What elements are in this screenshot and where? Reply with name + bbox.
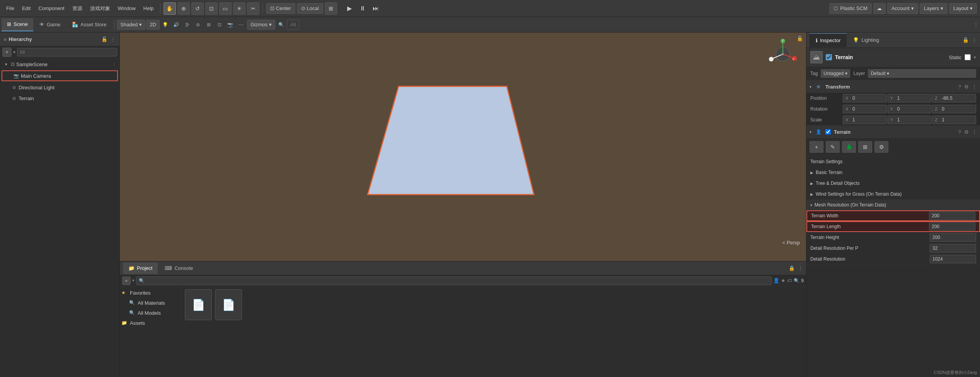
scene-more[interactable]: ⋮ [112,62,116,67]
terrain-more-icon[interactable]: ⋮ [972,129,977,135]
menu-window[interactable]: Window [115,5,139,11]
camera-icon[interactable]: 📷 [225,20,235,30]
tab-asset-store[interactable]: 🏪 Asset Store [66,18,112,31]
project-all-materials[interactable]: 🔍 All Materials [128,298,181,308]
scene-lock-icon[interactable]: 🔓 [797,36,803,41]
scene-search-all[interactable]: All [287,20,299,30]
move-tool-button[interactable]: ⊕ [177,2,190,15]
center-button[interactable]: ⊡ Center [266,3,295,14]
terrain-settings-icon[interactable]: ⚙ [964,129,969,135]
menu-file[interactable]: File [3,5,17,11]
project-assets[interactable]: 📁 Assets [120,318,181,328]
basic-terrain-foldout[interactable]: ▶ Basic Terrain [806,167,980,178]
tab-game[interactable]: 👁 Game [34,18,66,31]
hier-item-terrain[interactable]: ⊙ Terrain [0,93,119,104]
project-favorites[interactable]: ★ Favorites [120,288,181,298]
object-active-checkbox[interactable] [826,54,832,60]
rotation-x-field[interactable]: X 0 [843,105,887,113]
hier-item-directional-light[interactable]: ⊙ Directional Light [0,82,119,93]
2d-toggle[interactable]: 2D [146,20,160,30]
terrain-tool-paint-btn[interactable]: + [810,141,823,153]
asset-item-2[interactable]: 📄 [215,289,242,320]
terrain-tool-brush-btn[interactable]: ✎ [826,141,840,153]
tab-console[interactable]: ⌨ Console [159,263,198,274]
hier-item-main-camera[interactable]: 📷 Main Camera [2,70,118,81]
project-all-models[interactable]: 🔍 All Models [128,308,181,318]
static-checkbox[interactable] [965,54,971,60]
asset-item[interactable]: 📄 [185,289,212,320]
tag-dropdown[interactable]: Untagged ▾ [821,69,850,78]
terrain-tool-detail-btn[interactable]: ⊞ [858,141,872,153]
terrain-height-input[interactable]: 200 [930,233,976,242]
gizmo-widget[interactable]: x y [767,39,798,70]
menu-resources[interactable]: 资源 [69,5,85,12]
snap-icon[interactable]: ⊡ [215,20,225,30]
hierarchy-more-icon[interactable]: ⋮ [111,36,116,42]
project-add-button[interactable]: + [122,276,131,285]
audio-icon[interactable]: 🔊 [171,20,181,30]
tab-scene[interactable]: ⊞ Scene [2,18,33,31]
terrain-tool-tree-btn[interactable]: 🌲 [842,141,856,153]
menu-component[interactable]: Component [35,5,67,11]
project-filter3-icon[interactable]: 🏷 [787,278,792,283]
terrain-active-checkbox[interactable] [825,129,831,135]
terrain-component-header[interactable]: ▾ 👤 Terrain ? ⚙ ⋮ [806,126,980,138]
grid-overlay-icon[interactable]: ⊞ [204,20,214,30]
position-x-field[interactable]: X 0 [843,94,887,102]
project-search-input[interactable]: 🔍 [136,276,772,285]
menu-help[interactable]: Help [140,5,157,11]
detail-res-per-input[interactable]: 32 [930,244,976,252]
hide-icon[interactable]: ⊘ [193,20,203,30]
lighting-icon[interactable]: 💡 [160,20,170,30]
scene-more-icon[interactable]: ⋯ [236,20,246,30]
local-button[interactable]: ⊙ Local [297,3,323,14]
hierarchy-search[interactable]: All [17,48,117,56]
layers-dropdown[interactable]: Layers ▾ [920,3,948,14]
hier-item-samplescene[interactable]: ▾ ⊡ SampleScene ⋮ [0,59,119,70]
menu-edit[interactable]: Edit [19,5,34,11]
pause-button[interactable]: ⏸ [356,2,369,15]
gizmos-dropdown[interactable]: Gizmos ▾ [247,20,275,30]
rotation-z-field[interactable]: Z 0 [932,105,976,113]
transform-header[interactable]: ▾ ⊕ Transform ? ⚙ ⋮ [806,80,980,93]
rotation-y-field[interactable]: Y 0 [888,105,932,113]
wind-settings-foldout[interactable]: ▶ Wind Settings for Grass (On Terrain Da… [806,189,980,200]
hand-tool-button[interactable]: ✋ [164,2,176,15]
project-filter2-icon[interactable]: ★ [781,278,786,283]
mesh-resolution-header[interactable]: ▾ Mesh Resolution (On Terrain Data) [806,200,980,210]
scale-y-field[interactable]: Y 1 [888,116,932,124]
shading-dropdown[interactable]: Shaded ▾ [117,20,145,30]
scene-view[interactable]: x y < Persp 🔓 [120,32,806,261]
terrain-help-icon[interactable]: ? [958,129,961,135]
layer-dropdown[interactable]: Default ▾ [868,69,976,78]
bottom-more-icon[interactable]: ⋮ [798,265,803,271]
vfx-icon[interactable]: 🌫 [182,20,192,30]
position-y-field[interactable]: Y 1 [888,94,932,102]
transform-tool-button[interactable]: ✳ [233,2,245,15]
rect-tool-button[interactable]: ▭ [219,2,232,15]
terrain-settings-row[interactable]: Terrain Settings [806,156,980,167]
hierarchy-add-button[interactable]: + [2,48,12,57]
hierarchy-lock-icon[interactable]: 🔓 [101,36,107,42]
transform-more-icon[interactable]: ⋮ [972,84,977,90]
transform-help-icon[interactable]: ? [958,84,961,90]
hierarchy-add-arrow[interactable]: ▾ [13,49,15,55]
play-button[interactable]: ▶ [343,2,356,15]
position-z-field[interactable]: Z -86.5 [932,94,976,102]
lighting-tab[interactable]: 💡 Lighting [847,33,885,47]
grid-button[interactable]: ⊞ [325,2,337,15]
terrain-length-input[interactable]: 200 [929,222,975,231]
step-button[interactable]: ⏭ [370,2,382,15]
account-dropdown[interactable]: Account ▾ [887,3,918,14]
terrain-width-input[interactable]: 200 [929,212,975,220]
static-dropdown-arrow[interactable]: ▾ [974,55,976,60]
rotate-tool-button[interactable]: ↺ [191,2,204,15]
tree-detail-foldout[interactable]: ▶ Tree & Detail Objects [806,178,980,189]
scale-z-field[interactable]: Z 1 [932,116,976,124]
detail-resolution-input[interactable]: 1024 [930,255,976,263]
project-add-arrow[interactable]: ▾ [132,278,135,283]
inspector-more-icon[interactable]: ⋮ [972,37,977,43]
inspector-tab[interactable]: ℹ Inspector [810,33,847,47]
plastic-scm-button[interactable]: ⬡ Plastic SCM [829,3,872,14]
inspector-lock-icon[interactable]: 🔓 [963,37,969,43]
